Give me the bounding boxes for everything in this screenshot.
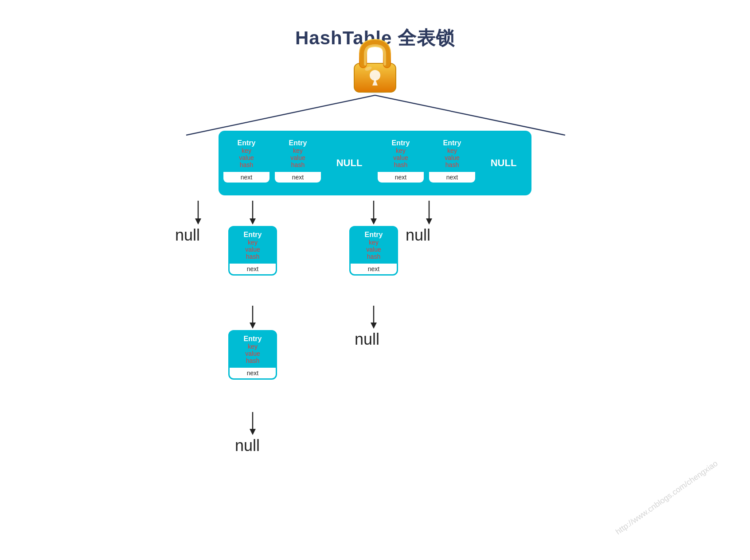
svg-marker-14 <box>250 429 256 435</box>
chain3-entry: Entry key value hash next <box>349 226 398 276</box>
svg-marker-8 <box>195 218 201 225</box>
null-label-chain2: null <box>235 436 260 455</box>
null-label-entry4: null <box>406 226 430 245</box>
null-box-1: NULL <box>479 134 528 192</box>
top-row-container: Entry key value hash next Entry key valu… <box>219 131 531 195</box>
svg-line-5 <box>186 95 375 135</box>
chain2-entry1: Entry key value hash next <box>228 226 277 276</box>
watermark: http://www.cnblogs.com/chengxiao <box>614 459 719 537</box>
svg-marker-16 <box>371 218 377 225</box>
svg-marker-10 <box>250 218 256 225</box>
entry-box-3: Entry key value hash next <box>376 134 425 192</box>
entry-box-1: Entry key value hash next <box>273 134 322 192</box>
entry-box-0: Entry key value hash next <box>222 134 271 192</box>
svg-marker-20 <box>426 218 432 225</box>
entry-box-4: Entry key value hash next <box>428 134 477 192</box>
svg-line-6 <box>375 95 565 135</box>
null-box-0: NULL <box>325 134 374 192</box>
svg-marker-12 <box>250 323 256 329</box>
null-label-chain3: null <box>355 330 379 349</box>
chain2-entry2: Entry key value hash next <box>228 330 277 380</box>
lock-icon <box>346 38 404 95</box>
svg-marker-18 <box>371 323 377 329</box>
null-label-0: null <box>175 226 200 245</box>
